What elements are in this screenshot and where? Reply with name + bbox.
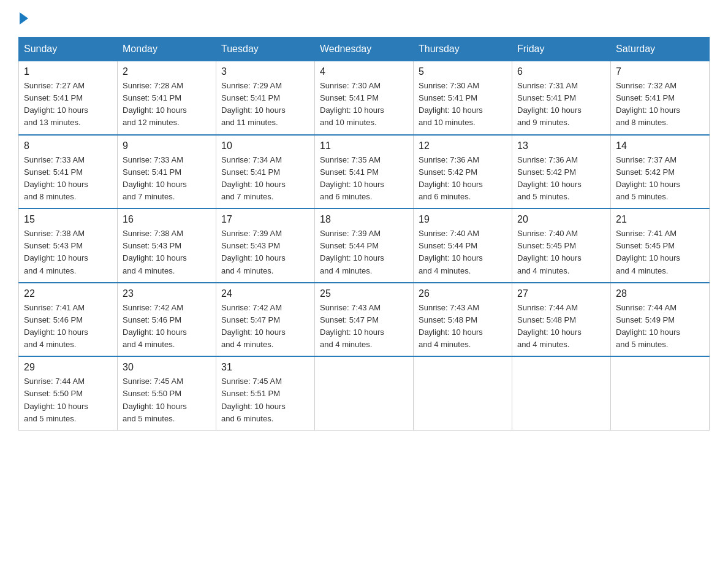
day-info: Sunrise: 7:44 AM Sunset: 5:50 PM Dayligh…	[24, 375, 112, 425]
calendar-day-cell	[512, 356, 611, 430]
calendar-week-row: 1 Sunrise: 7:27 AM Sunset: 5:41 PM Dayli…	[19, 61, 710, 135]
day-info: Sunrise: 7:44 AM Sunset: 5:49 PM Dayligh…	[616, 302, 704, 351]
day-number: 12	[419, 140, 507, 151]
day-info: Sunrise: 7:36 AM Sunset: 5:42 PM Dayligh…	[419, 154, 507, 204]
day-info: Sunrise: 7:35 AM Sunset: 5:41 PM Dayligh…	[320, 154, 408, 204]
calendar-day-cell	[315, 356, 414, 430]
day-number: 6	[517, 66, 605, 77]
calendar-day-cell: 25 Sunrise: 7:43 AM Sunset: 5:47 PM Dayl…	[315, 283, 414, 357]
day-info: Sunrise: 7:30 AM Sunset: 5:41 PM Dayligh…	[320, 80, 408, 129]
day-info: Sunrise: 7:37 AM Sunset: 5:42 PM Dayligh…	[616, 154, 704, 204]
calendar-week-row: 15 Sunrise: 7:38 AM Sunset: 5:43 PM Dayl…	[19, 209, 710, 283]
col-header-sunday: Sunday	[19, 37, 118, 61]
day-info: Sunrise: 7:34 AM Sunset: 5:41 PM Dayligh…	[221, 154, 309, 204]
page-header	[18, 12, 710, 25]
day-info: Sunrise: 7:45 AM Sunset: 5:51 PM Dayligh…	[221, 375, 309, 425]
day-info: Sunrise: 7:29 AM Sunset: 5:41 PM Dayligh…	[221, 80, 309, 129]
day-number: 27	[517, 288, 605, 299]
calendar-day-cell: 5 Sunrise: 7:30 AM Sunset: 5:41 PM Dayli…	[414, 61, 512, 135]
calendar-week-row: 22 Sunrise: 7:41 AM Sunset: 5:46 PM Dayl…	[19, 283, 710, 357]
day-info: Sunrise: 7:42 AM Sunset: 5:47 PM Dayligh…	[221, 302, 309, 351]
calendar-day-cell: 13 Sunrise: 7:36 AM Sunset: 5:42 PM Dayl…	[512, 135, 611, 209]
calendar-header-row: SundayMondayTuesdayWednesdayThursdayFrid…	[19, 37, 710, 61]
calendar-day-cell: 23 Sunrise: 7:42 AM Sunset: 5:46 PM Dayl…	[118, 283, 216, 357]
calendar-day-cell: 4 Sunrise: 7:30 AM Sunset: 5:41 PM Dayli…	[315, 61, 414, 135]
day-number: 8	[24, 140, 112, 151]
day-info: Sunrise: 7:44 AM Sunset: 5:48 PM Dayligh…	[517, 302, 605, 351]
day-info: Sunrise: 7:30 AM Sunset: 5:41 PM Dayligh…	[419, 80, 507, 129]
day-number: 10	[221, 140, 309, 151]
logo-arrow-icon	[20, 12, 28, 25]
day-info: Sunrise: 7:38 AM Sunset: 5:43 PM Dayligh…	[123, 228, 211, 277]
day-number: 21	[616, 214, 704, 225]
day-number: 2	[123, 66, 211, 77]
calendar-table: SundayMondayTuesdayWednesdayThursdayFrid…	[18, 37, 710, 431]
day-number: 16	[123, 214, 211, 225]
day-info: Sunrise: 7:32 AM Sunset: 5:41 PM Dayligh…	[616, 80, 704, 129]
day-number: 4	[320, 66, 408, 77]
day-info: Sunrise: 7:42 AM Sunset: 5:46 PM Dayligh…	[123, 302, 211, 351]
calendar-day-cell: 7 Sunrise: 7:32 AM Sunset: 5:41 PM Dayli…	[611, 61, 710, 135]
day-info: Sunrise: 7:40 AM Sunset: 5:44 PM Dayligh…	[419, 228, 507, 277]
calendar-day-cell: 15 Sunrise: 7:38 AM Sunset: 5:43 PM Dayl…	[19, 209, 118, 283]
day-info: Sunrise: 7:41 AM Sunset: 5:46 PM Dayligh…	[24, 302, 112, 351]
day-number: 19	[419, 214, 507, 225]
day-info: Sunrise: 7:27 AM Sunset: 5:41 PM Dayligh…	[24, 80, 112, 129]
calendar-day-cell: 10 Sunrise: 7:34 AM Sunset: 5:41 PM Dayl…	[216, 135, 315, 209]
calendar-day-cell: 16 Sunrise: 7:38 AM Sunset: 5:43 PM Dayl…	[118, 209, 216, 283]
calendar-day-cell: 9 Sunrise: 7:33 AM Sunset: 5:41 PM Dayli…	[118, 135, 216, 209]
day-number: 20	[517, 214, 605, 225]
calendar-day-cell: 8 Sunrise: 7:33 AM Sunset: 5:41 PM Dayli…	[19, 135, 118, 209]
day-info: Sunrise: 7:28 AM Sunset: 5:41 PM Dayligh…	[123, 80, 211, 129]
calendar-day-cell: 2 Sunrise: 7:28 AM Sunset: 5:41 PM Dayli…	[118, 61, 216, 135]
col-header-thursday: Thursday	[414, 37, 512, 61]
calendar-day-cell: 11 Sunrise: 7:35 AM Sunset: 5:41 PM Dayl…	[315, 135, 414, 209]
day-number: 15	[24, 214, 112, 225]
calendar-day-cell: 21 Sunrise: 7:41 AM Sunset: 5:45 PM Dayl…	[611, 209, 710, 283]
col-header-tuesday: Tuesday	[216, 37, 315, 61]
calendar-day-cell: 22 Sunrise: 7:41 AM Sunset: 5:46 PM Dayl…	[19, 283, 118, 357]
day-info: Sunrise: 7:33 AM Sunset: 5:41 PM Dayligh…	[123, 154, 211, 204]
day-number: 11	[320, 140, 408, 151]
calendar-day-cell: 6 Sunrise: 7:31 AM Sunset: 5:41 PM Dayli…	[512, 61, 611, 135]
day-number: 25	[320, 288, 408, 299]
day-number: 18	[320, 214, 408, 225]
day-info: Sunrise: 7:39 AM Sunset: 5:44 PM Dayligh…	[320, 228, 408, 277]
calendar-day-cell: 19 Sunrise: 7:40 AM Sunset: 5:44 PM Dayl…	[414, 209, 512, 283]
calendar-week-row: 8 Sunrise: 7:33 AM Sunset: 5:41 PM Dayli…	[19, 135, 710, 209]
calendar-day-cell: 3 Sunrise: 7:29 AM Sunset: 5:41 PM Dayli…	[216, 61, 315, 135]
day-info: Sunrise: 7:40 AM Sunset: 5:45 PM Dayligh…	[517, 228, 605, 277]
day-number: 5	[419, 66, 507, 77]
calendar-day-cell: 31 Sunrise: 7:45 AM Sunset: 5:51 PM Dayl…	[216, 356, 315, 430]
col-header-monday: Monday	[118, 37, 216, 61]
day-info: Sunrise: 7:43 AM Sunset: 5:47 PM Dayligh…	[320, 302, 408, 351]
calendar-day-cell: 1 Sunrise: 7:27 AM Sunset: 5:41 PM Dayli…	[19, 61, 118, 135]
calendar-day-cell: 24 Sunrise: 7:42 AM Sunset: 5:47 PM Dayl…	[216, 283, 315, 357]
col-header-saturday: Saturday	[611, 37, 710, 61]
day-number: 28	[616, 288, 704, 299]
calendar-day-cell: 27 Sunrise: 7:44 AM Sunset: 5:48 PM Dayl…	[512, 283, 611, 357]
calendar-day-cell: 12 Sunrise: 7:36 AM Sunset: 5:42 PM Dayl…	[414, 135, 512, 209]
day-number: 26	[419, 288, 507, 299]
day-number: 31	[221, 362, 309, 373]
day-info: Sunrise: 7:43 AM Sunset: 5:48 PM Dayligh…	[419, 302, 507, 351]
day-info: Sunrise: 7:38 AM Sunset: 5:43 PM Dayligh…	[24, 228, 112, 277]
day-info: Sunrise: 7:41 AM Sunset: 5:45 PM Dayligh…	[616, 228, 704, 277]
day-number: 24	[221, 288, 309, 299]
day-number: 3	[221, 66, 309, 77]
calendar-day-cell	[611, 356, 710, 430]
day-number: 30	[123, 362, 211, 373]
day-info: Sunrise: 7:39 AM Sunset: 5:43 PM Dayligh…	[221, 228, 309, 277]
calendar-day-cell: 20 Sunrise: 7:40 AM Sunset: 5:45 PM Dayl…	[512, 209, 611, 283]
col-header-friday: Friday	[512, 37, 611, 61]
calendar-day-cell: 29 Sunrise: 7:44 AM Sunset: 5:50 PM Dayl…	[19, 356, 118, 430]
day-number: 9	[123, 140, 211, 151]
day-info: Sunrise: 7:36 AM Sunset: 5:42 PM Dayligh…	[517, 154, 605, 204]
logo	[18, 12, 29, 25]
day-info: Sunrise: 7:33 AM Sunset: 5:41 PM Dayligh…	[24, 154, 112, 204]
calendar-day-cell: 18 Sunrise: 7:39 AM Sunset: 5:44 PM Dayl…	[315, 209, 414, 283]
day-info: Sunrise: 7:45 AM Sunset: 5:50 PM Dayligh…	[123, 375, 211, 425]
col-header-wednesday: Wednesday	[315, 37, 414, 61]
calendar-day-cell: 14 Sunrise: 7:37 AM Sunset: 5:42 PM Dayl…	[611, 135, 710, 209]
calendar-day-cell: 17 Sunrise: 7:39 AM Sunset: 5:43 PM Dayl…	[216, 209, 315, 283]
